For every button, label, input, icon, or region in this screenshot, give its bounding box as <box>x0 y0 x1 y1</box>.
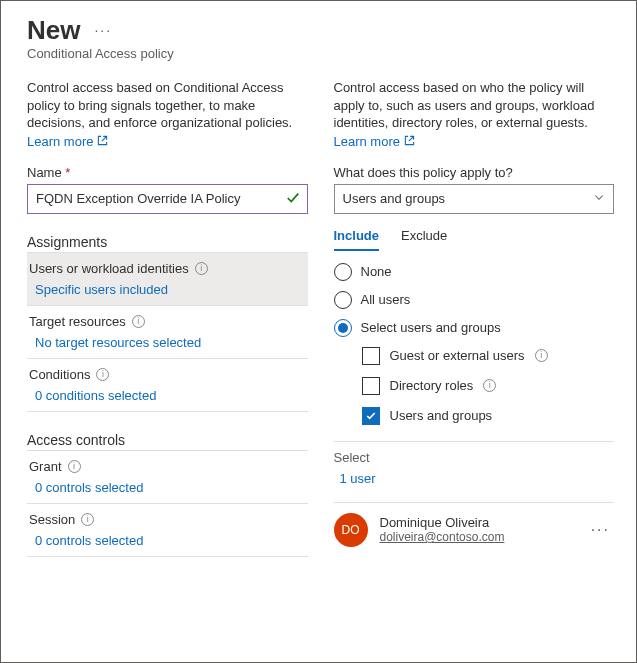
chevron-down-icon <box>593 191 605 206</box>
info-icon[interactable]: i <box>68 460 81 473</box>
name-label-text: Name <box>27 165 62 180</box>
right-column: Control access based on who the policy w… <box>334 79 615 557</box>
divider <box>334 441 615 442</box>
avatar: DO <box>334 513 368 547</box>
info-icon[interactable]: i <box>483 379 496 392</box>
target-row-title: Target resources <box>29 314 126 329</box>
learn-more-link-right[interactable]: Learn more <box>334 134 415 149</box>
apply-to-label: What does this policy apply to? <box>334 165 615 180</box>
tab-exclude[interactable]: Exclude <box>401 228 447 251</box>
grant-row-title: Grant <box>29 459 62 474</box>
required-asterisk: * <box>65 165 70 180</box>
select-heading: Select <box>334 450 615 465</box>
radio-select-label: Select users and groups <box>361 320 501 335</box>
assignments-heading: Assignments <box>27 234 308 250</box>
apply-to-dropdown[interactable]: Users and groups <box>334 184 615 214</box>
info-icon[interactable]: i <box>96 368 109 381</box>
policy-blade: New ··· Conditional Access policy Contro… <box>0 0 637 663</box>
users-row-title: Users or workload identities <box>29 261 189 276</box>
radio-all-label: All users <box>361 292 411 307</box>
checkbox-guest-users[interactable]: Guest or external users i <box>362 347 615 365</box>
learn-more-label: Learn more <box>27 134 93 149</box>
radio-none[interactable]: None <box>334 263 615 281</box>
right-description: Control access based on who the policy w… <box>334 79 615 132</box>
users-row-sub[interactable]: Specific users included <box>29 282 306 297</box>
user-more-icon[interactable]: ··· <box>587 521 614 539</box>
radio-select-users[interactable]: Select users and groups <box>334 319 615 337</box>
tab-include[interactable]: Include <box>334 228 380 251</box>
left-column: Control access based on Conditional Acce… <box>27 79 308 557</box>
radio-button-icon <box>334 263 352 281</box>
page-title: New <box>27 15 80 46</box>
session-row-title: Session <box>29 512 75 527</box>
name-input[interactable] <box>27 184 308 214</box>
radio-button-icon <box>334 319 352 337</box>
user-name: Dominique Oliveira <box>380 515 575 530</box>
external-link-icon <box>404 134 415 149</box>
checkbox-icon <box>362 377 380 395</box>
name-label: Name * <box>27 165 308 180</box>
conditions-row-sub[interactable]: 0 conditions selected <box>29 388 306 403</box>
checkbox-ug-label: Users and groups <box>390 408 493 423</box>
conditions-row[interactable]: Conditions i 0 conditions selected <box>27 359 308 412</box>
header-more-icon[interactable]: ··· <box>94 22 112 38</box>
users-row[interactable]: Users or workload identities i Specific … <box>27 252 308 306</box>
page-subtitle: Conditional Access policy <box>27 46 614 61</box>
grant-row-sub[interactable]: 0 controls selected <box>29 480 306 495</box>
info-icon[interactable]: i <box>195 262 208 275</box>
include-radio-group: None All users Select users and groups <box>334 263 615 337</box>
checkmark-icon <box>286 191 300 208</box>
grant-row[interactable]: Grant i 0 controls selected <box>27 450 308 504</box>
access-controls-heading: Access controls <box>27 432 308 448</box>
info-icon[interactable]: i <box>132 315 145 328</box>
selected-user-row: DO Dominique Oliveira doliveira@contoso.… <box>334 502 615 547</box>
radio-button-icon <box>334 291 352 309</box>
target-row-sub[interactable]: No target resources selected <box>29 335 306 350</box>
left-description: Control access based on Conditional Acce… <box>27 79 308 132</box>
conditions-row-title: Conditions <box>29 367 90 382</box>
select-users-link[interactable]: 1 user <box>334 471 615 486</box>
apply-to-value: Users and groups <box>343 191 446 206</box>
learn-more-label: Learn more <box>334 134 400 149</box>
header: New ··· <box>27 15 614 46</box>
learn-more-link-left[interactable]: Learn more <box>27 134 108 149</box>
session-row-sub[interactable]: 0 controls selected <box>29 533 306 548</box>
target-row[interactable]: Target resources i No target resources s… <box>27 306 308 359</box>
user-email-link[interactable]: doliveira@contoso.com <box>380 530 575 544</box>
session-row[interactable]: Session i 0 controls selected <box>27 504 308 557</box>
radio-none-label: None <box>361 264 392 279</box>
external-link-icon <box>97 134 108 149</box>
radio-all-users[interactable]: All users <box>334 291 615 309</box>
checkbox-icon <box>362 407 380 425</box>
checkbox-directory-roles[interactable]: Directory roles i <box>362 377 615 395</box>
checkbox-users-groups[interactable]: Users and groups <box>362 407 615 425</box>
include-exclude-tabs: Include Exclude <box>334 228 615 251</box>
checkbox-roles-label: Directory roles <box>390 378 474 393</box>
select-users-checkbox-group: Guest or external users i Directory role… <box>362 347 615 425</box>
info-icon[interactable]: i <box>535 349 548 362</box>
checkbox-guest-label: Guest or external users <box>390 348 525 363</box>
info-icon[interactable]: i <box>81 513 94 526</box>
checkbox-icon <box>362 347 380 365</box>
